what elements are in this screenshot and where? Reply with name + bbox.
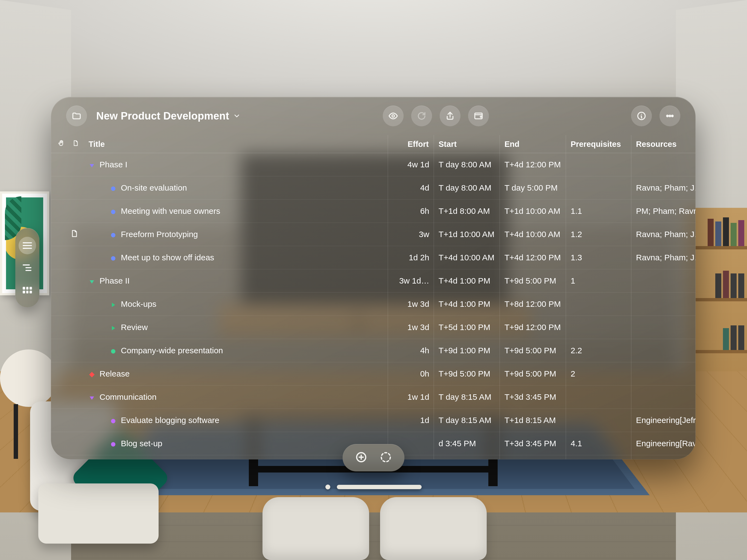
board-icon <box>23 287 32 294</box>
task-row[interactable]: Meeting with venue owners6hT+1d 8:00 AMT… <box>51 200 696 223</box>
svg-point-5 <box>672 115 673 117</box>
add-task-button[interactable] <box>355 451 367 464</box>
task-row[interactable]: On-site evaluation4dT day 8:00 AMT day 5… <box>51 176 696 200</box>
row-title: Phase II <box>100 276 130 285</box>
view-options-button[interactable] <box>383 105 404 126</box>
row-effort: 0h <box>388 369 429 378</box>
row-marker-icon <box>110 231 117 238</box>
row-effort: 1d <box>388 416 429 425</box>
share-icon <box>445 111 455 121</box>
row-note-icon[interactable] <box>70 229 78 239</box>
row-title: Meet up to show off ideas <box>121 253 214 262</box>
task-row[interactable]: Evaluate blogging software1dT day 8:15 A… <box>51 409 696 432</box>
task-row[interactable]: Mock-ups1w 3dT+4d 1:00 PMT+8d 12:00 PM <box>51 292 696 316</box>
column-header-note[interactable] <box>70 139 81 149</box>
row-start: T day 8:15 AM <box>439 392 495 402</box>
window-close-dot[interactable] <box>325 485 330 489</box>
svg-point-0 <box>392 115 394 117</box>
projects-button[interactable] <box>66 105 87 126</box>
task-row[interactable]: Phase II3w 1d…T+4d 1:00 PMT+9d 5:00 PM1 <box>51 269 696 292</box>
toolbar: New Product Development <box>51 97 696 135</box>
row-prerequisites: 2.2 <box>571 346 626 355</box>
row-prerequisites: 1.3 <box>571 253 626 262</box>
row-title: Release <box>100 369 130 378</box>
row-marker-icon <box>88 371 95 377</box>
new-window-button[interactable] <box>468 105 489 126</box>
window-handle[interactable] <box>325 485 422 489</box>
row-resources: Ravna; Pham; Jo… <box>636 183 696 193</box>
row-title: Meeting with venue owners <box>121 206 221 216</box>
row-title: Phase I <box>100 160 127 169</box>
window-plus-icon <box>473 111 483 121</box>
view-mode-board-button[interactable] <box>19 281 36 299</box>
row-start: d 3:45 PM <box>439 439 495 448</box>
column-headers: Title Effort Start End Prerequisites Res… <box>51 135 696 153</box>
row-marker-icon <box>88 278 95 284</box>
column-header-end[interactable]: End <box>505 139 519 149</box>
row-start: T+4d 1:00 PM <box>439 299 495 309</box>
row-resources: Ravna; Pham; Je… <box>636 253 696 262</box>
row-start: T+1d 10:00 AM <box>439 230 495 239</box>
refresh-icon <box>417 111 427 121</box>
view-mode-ornament <box>15 228 40 307</box>
task-row[interactable]: Review1w 3dT+5d 1:00 PMT+9d 12:00 PM <box>51 316 696 339</box>
task-row[interactable]: Meet up to show off ideas1d 2hT+4d 10:00… <box>51 246 696 269</box>
task-row[interactable]: Communication1w 1dT day 8:15 AMT+3d 3:45… <box>51 385 696 409</box>
row-start: T day 8:00 AM <box>439 183 495 193</box>
row-prerequisites: 1.1 <box>571 206 626 216</box>
column-header-drag-handle[interactable] <box>56 139 67 149</box>
row-start: T+9d 5:00 PM <box>439 369 495 378</box>
row-marker-icon <box>88 161 95 168</box>
task-row[interactable]: Freeform Prototyping3wT+1d 10:00 AMT+4d … <box>51 223 696 246</box>
column-header-start[interactable]: Start <box>439 139 457 149</box>
outline-icon <box>23 264 32 271</box>
column-header-effort[interactable]: Effort <box>388 139 434 149</box>
column-header-title[interactable]: Title <box>88 139 105 149</box>
row-end: T day 5:00 PM <box>505 183 561 193</box>
row-effort: 3w <box>388 230 429 239</box>
row-end: T+4d 10:00 AM <box>505 230 561 239</box>
info-button[interactable] <box>631 105 652 126</box>
row-end: T+1d 8:15 AM <box>505 416 561 425</box>
task-rows: Phase I4w 1dT day 8:00 AMT+4d 12:00 PMOn… <box>51 153 696 459</box>
row-prerequisites: 4.1 <box>571 439 626 448</box>
row-marker-icon <box>110 254 117 261</box>
svg-point-4 <box>669 115 671 117</box>
window-move-bar[interactable] <box>337 485 422 489</box>
row-marker-icon <box>88 394 95 400</box>
row-effort: 4w 1d <box>388 160 429 169</box>
column-header-prerequisites[interactable]: Prerequisites <box>571 139 621 149</box>
view-mode-outline-button[interactable] <box>19 259 36 276</box>
svg-point-14 <box>381 453 390 462</box>
svg-point-3 <box>667 115 668 117</box>
row-title: Review <box>121 323 148 332</box>
status-button[interactable] <box>380 451 392 464</box>
ellipsis-icon <box>665 111 675 121</box>
eye-icon <box>388 111 398 121</box>
row-start: T+5d 1:00 PM <box>439 323 495 332</box>
project-title-button[interactable]: New Product Development <box>96 110 241 122</box>
row-resources: Ravna; Pham; Je… <box>636 230 696 239</box>
row-resources: PM; Pham; Ravna <box>636 206 696 216</box>
row-title: Mock-ups <box>121 299 156 309</box>
view-mode-list-button[interactable] <box>19 237 36 254</box>
task-row[interactable]: Release0hT+9d 5:00 PMT+9d 5:00 PM2 <box>51 362 696 385</box>
row-end: T+3d 3:45 PM <box>505 439 561 448</box>
task-row[interactable]: Phase I4w 1dT day 8:00 AMT+4d 12:00 PM <box>51 153 696 176</box>
info-icon <box>637 111 646 121</box>
catch-up-button[interactable] <box>411 105 432 126</box>
column-header-resources[interactable]: Resources <box>636 139 676 149</box>
row-end: T+4d 12:00 PM <box>505 160 561 169</box>
row-marker-icon <box>110 208 117 214</box>
project-title: New Product Development <box>96 110 229 122</box>
row-end: T+9d 5:00 PM <box>505 346 561 355</box>
row-effort: 1w 3d <box>388 299 429 309</box>
task-row[interactable]: Company-wide presentation4hT+9d 1:00 PMT… <box>51 339 696 362</box>
row-end: T+9d 5:00 PM <box>505 369 561 378</box>
share-button[interactable] <box>440 105 460 126</box>
row-effort: 6h <box>388 206 429 216</box>
more-button[interactable] <box>660 105 680 126</box>
folder-icon <box>72 111 81 121</box>
row-effort: 1w 1d <box>388 392 429 402</box>
row-start: T+1d 8:00 AM <box>439 206 495 216</box>
